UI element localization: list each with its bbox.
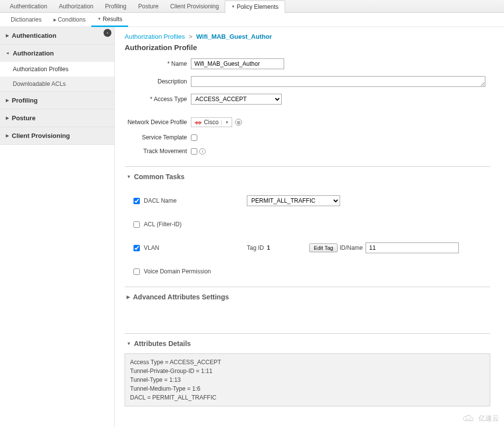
track-movement-checkbox[interactable] <box>191 148 197 155</box>
description-label: Description <box>125 78 191 85</box>
dacl-label: DACL Name <box>144 197 242 204</box>
primary-tab-bar: Authentication Authorization Profiling P… <box>0 0 504 13</box>
sidebar-label: Profiling <box>12 97 38 104</box>
watermark: 亿速云 <box>461 414 499 423</box>
detail-line: Access Type = ACCESS_ACCEPT <box>130 358 485 367</box>
sidebar: ‹ ▶Authentication ▼Authorization Authori… <box>0 27 115 427</box>
detail-line: Tunnel-Private-Group-ID = 1:11 <box>130 367 485 375</box>
tab-authorization[interactable]: Authorization <box>53 0 99 13</box>
description-input[interactable] <box>191 76 485 87</box>
advanced-attributes-header[interactable]: ▶ Advanced Attributes Settings <box>125 291 490 307</box>
detail-line: Tunnel-Medium-Type = 1:6 <box>130 384 485 393</box>
caret-right-icon: ▶ <box>53 18 56 22</box>
sidebar-authentication[interactable]: ▶Authentication <box>0 27 114 44</box>
network-device-profile-select[interactable]: ·ı|ıı|ı· Cisco ▼ <box>191 117 232 127</box>
idname-input[interactable] <box>366 242 459 253</box>
attributes-details-box: Access Type = ACCESS_ACCEPT Tunnel-Priva… <box>125 353 490 406</box>
sidebar-label: Authentication <box>12 32 56 39</box>
section-title: Common Tasks <box>134 173 185 181</box>
cloud-icon <box>461 414 477 423</box>
caret-right-icon: ▶ <box>6 133 9 138</box>
vlan-label: VLAN <box>144 244 242 251</box>
breadcrumb-separator: > <box>188 33 192 40</box>
attributes-details-section: ▼ Attributes Details Access Type = ACCES… <box>125 333 490 406</box>
tab-posture[interactable]: Posture <box>132 0 164 13</box>
subtab-label: Conditions <box>58 16 86 23</box>
tag-id-value: 1 <box>267 244 270 251</box>
tab-client-provisioning[interactable]: Client Provisioning <box>164 0 225 13</box>
acl-label: ACL (Filter-ID) <box>144 221 242 228</box>
cisco-logo-icon: ·ı|ıı|ı· <box>194 120 202 125</box>
tab-authentication[interactable]: Authentication <box>4 0 53 13</box>
section-title: Attributes Details <box>134 340 191 347</box>
common-tasks-section: ▼ Common Tasks DACL Name PERMIT_ALL_TRAF… <box>125 166 490 275</box>
access-type-label: * Access Type <box>125 96 191 103</box>
service-template-label: Service Template <box>125 134 191 141</box>
voice-domain-label: Voice Domain Permission <box>144 268 242 275</box>
service-template-checkbox[interactable] <box>191 134 197 141</box>
caret-down-icon: ▼ <box>97 17 101 21</box>
tab-label: Policy Elements <box>237 3 278 10</box>
subtab-results[interactable]: ▼Results <box>91 13 128 27</box>
idname-label: ID/Name <box>340 244 363 251</box>
svg-point-1 <box>469 419 470 420</box>
tab-profiling[interactable]: Profiling <box>99 0 132 13</box>
add-ndp-button[interactable]: ⊕ <box>235 119 242 126</box>
vlan-checkbox[interactable] <box>133 245 140 251</box>
section-title: Advanced Attributes Settings <box>133 293 229 301</box>
name-label: * Name <box>125 60 191 67</box>
voice-domain-checkbox[interactable] <box>133 268 140 275</box>
name-input[interactable] <box>191 58 284 69</box>
breadcrumb-current: Wifi_MAB_Guest_Author <box>196 33 272 40</box>
chevron-left-icon: ‹ <box>107 30 108 35</box>
caret-down-icon: ▼ <box>231 4 235 9</box>
sidebar-label: Authorization <box>13 50 54 57</box>
subtab-label: Results <box>103 16 122 23</box>
caret-down-icon: ▼ <box>127 174 131 179</box>
sidebar-item-authorization-profiles[interactable]: Authorization Profiles <box>0 62 114 77</box>
tab-policy-elements[interactable]: ▼Policy Elements <box>225 0 285 13</box>
breadcrumb-parent-link[interactable]: Authorization Profiles <box>125 33 185 40</box>
page-title: Authorization Profile <box>125 43 490 52</box>
detail-line: Tunnel-Type = 1:13 <box>130 375 485 384</box>
ndp-label: Network Device Profile <box>125 119 191 126</box>
sidebar-authorization[interactable]: ▼Authorization <box>0 45 114 62</box>
sidebar-label: Posture <box>12 114 35 122</box>
dacl-select[interactable]: PERMIT_ALL_TRAFFIC <box>247 195 340 206</box>
subtab-dictionaries[interactable]: Dictionaries <box>5 13 48 26</box>
track-movement-label: Track Movement <box>125 148 191 155</box>
sidebar-client-provisioning[interactable]: ▶Client Provisioning <box>0 127 114 144</box>
caret-right-icon: ▶ <box>6 33 9 38</box>
sidebar-profiling[interactable]: ▶Profiling <box>0 92 114 109</box>
sidebar-item-downloadable-acls[interactable]: Downloadable ACLs <box>0 77 114 91</box>
caret-right-icon: ▶ <box>6 98 9 103</box>
sidebar-posture[interactable]: ▶Posture <box>0 109 114 127</box>
svg-point-0 <box>466 419 467 420</box>
caret-down-icon: ▼ <box>127 341 131 346</box>
caret-right-icon: ▶ <box>127 294 130 299</box>
advanced-attributes-section: ▶ Advanced Attributes Settings <box>125 287 490 321</box>
main-content: Authorization Profiles > Wifi_MAB_Guest_… <box>115 27 504 427</box>
info-icon[interactable]: i <box>199 148 206 155</box>
edit-tag-button[interactable]: Edit Tag <box>309 243 338 252</box>
access-type-select[interactable]: ACCESS_ACCEPT <box>191 94 282 105</box>
sidebar-label: Client Provisioning <box>12 132 70 139</box>
subtab-conditions[interactable]: ▶Conditions <box>48 13 92 26</box>
watermark-text: 亿速云 <box>478 414 499 423</box>
caret-down-icon: ▼ <box>221 120 229 125</box>
common-tasks-header[interactable]: ▼ Common Tasks <box>125 171 490 187</box>
acl-checkbox[interactable] <box>133 221 140 228</box>
ndp-value: Cisco <box>204 119 218 126</box>
attributes-details-header[interactable]: ▼ Attributes Details <box>125 338 490 353</box>
secondary-tab-bar: Dictionaries ▶Conditions ▼Results <box>0 13 504 27</box>
detail-line: DACL = PERMIT_ALL_TRAFFIC <box>130 393 485 402</box>
breadcrumb: Authorization Profiles > Wifi_MAB_Guest_… <box>125 33 490 40</box>
tag-id-label: Tag ID <box>247 244 264 251</box>
dacl-checkbox[interactable] <box>133 198 140 204</box>
caret-down-icon: ▼ <box>5 52 10 55</box>
caret-right-icon: ▶ <box>6 116 9 120</box>
sidebar-collapse-button[interactable]: ‹ <box>104 29 111 37</box>
